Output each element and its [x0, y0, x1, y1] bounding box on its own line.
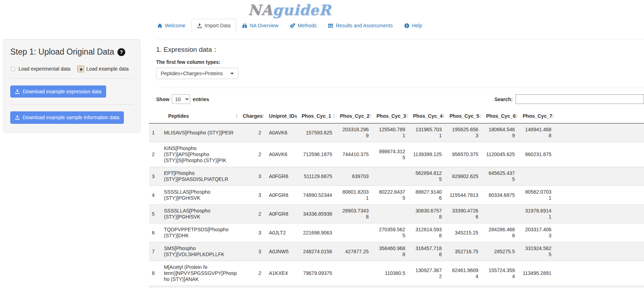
tab-import-data[interactable]: Import Data: [191, 19, 236, 32]
row-number: 5: [149, 205, 161, 223]
column-types-dropdown[interactable]: Peptides+Charges+Proteins: [156, 68, 238, 79]
charge-cell: 2: [240, 205, 266, 223]
question-circle-icon[interactable]: ?: [117, 48, 125, 56]
nav-tabs: WelcomeImport DataNA OverviewMethodsResu…: [0, 19, 579, 32]
col-header-charges[interactable]: Charges▲▼: [240, 109, 266, 123]
column-label: Uniprot_IDs: [269, 113, 297, 119]
value-cell: 180664.5469: [483, 123, 520, 142]
button-label: Download example sample information data: [23, 114, 119, 121]
col-header-phos-cyc-2[interactable]: Phos_Cyc_2▲▼: [337, 109, 374, 123]
section-title: 1. Expression data：: [156, 45, 644, 54]
value-cell: 110380.5: [374, 261, 410, 286]
table-icon: [328, 23, 333, 28]
col-header-phos-cyc-1[interactable]: Phos_Cyc_1▲▼: [299, 109, 337, 123]
table-row[interactable]: 8M[Acetyl (Protein N-term)]NPVYSPGSSGVPY…: [149, 261, 644, 286]
download-icon: [15, 115, 20, 120]
value-cell: 427877.25: [337, 242, 374, 261]
table-row[interactable]: 4SSSSLLAS[Phospho (STY)]PGHISVK3A0FGR874…: [149, 186, 644, 205]
tab-label: Results and Assessments: [336, 23, 392, 28]
download-expression-slot: Download example expression data: [10, 85, 133, 98]
value-cell: 88827.91406: [410, 186, 447, 205]
search-input[interactable]: [516, 94, 644, 104]
peptide-cell: SSSSLLAS[Phospho (STY)]PGHISVK: [161, 186, 240, 205]
sort-icon: ▲▼: [552, 114, 555, 118]
naguider-app: NAguideR WelcomeImport DataNA OverviewMe…: [0, 0, 644, 32]
value-cell: 131965.7031: [410, 123, 447, 142]
peptide-cell: TQDPVPPETPSDS[Phospho (STY)]DHK: [161, 223, 240, 242]
table-row[interactable]: 7SMS[Phospho (STY)]VDLSHIPLKDPLLFK3A0JNW…: [149, 242, 644, 261]
spacer-cell: [556, 186, 644, 205]
page-size-select[interactable]: 10: [172, 94, 190, 104]
panel-title-row: Step 1: Upload Original Data ?: [10, 47, 133, 57]
uniprot-cell: A0JNW5: [266, 242, 299, 261]
tab-welcome[interactable]: Welcome: [152, 19, 191, 32]
radio-indicator: [10, 66, 16, 72]
import-data-panel: 1. Expression data： The first few column…: [149, 34, 644, 288]
value-cell: 115544.7813: [447, 186, 483, 205]
tab-label: Import Data: [205, 23, 231, 28]
binoculars-icon: [242, 23, 247, 28]
home-icon: [157, 23, 163, 28]
col-header-peptides[interactable]: Peptides▲▼: [161, 109, 240, 123]
value-cell: 80222.84375: [374, 186, 410, 205]
value-cell: 203317.4063: [520, 223, 556, 242]
expression-data-table: Peptides▲▼Charges▲▼Uniprot_IDs▲▼Phos_Cyc…: [149, 109, 644, 286]
value-cell: 744410.375: [337, 142, 374, 167]
value-cell: 157593.625: [299, 123, 337, 142]
col-header-phos-cyc-5[interactable]: Phos_Cyc_5▲▼: [447, 109, 483, 123]
spacer-cell: [556, 167, 644, 186]
tab-label: Methods: [298, 23, 317, 28]
table-row[interactable]: 3EPT[Phospho (STY)]PSIASDISLPIATQELR3A0F…: [149, 167, 644, 186]
panel-title: Step 1: Upload Original Data: [10, 47, 114, 57]
radio-load-example-data[interactable]: Load example data: [78, 66, 128, 72]
value-cell: 829802.625: [447, 167, 483, 186]
tab-help[interactable]: Help: [398, 19, 428, 32]
table-row[interactable]: 5SSSSLLAS[Phospho (STY)]PGHISVK2A0FGR834…: [149, 205, 644, 223]
table-search: Search:: [495, 94, 644, 104]
col-header-spacer: [556, 109, 644, 123]
button-download-example-expression-data[interactable]: Download example expression data: [10, 85, 106, 98]
value-cell: [374, 167, 410, 186]
table-row[interactable]: 1MLISAVS[Phospho (STY)]PEIR2A0AVK6157593…: [149, 123, 644, 142]
spacer-cell: [556, 123, 644, 142]
peptide-cell: SSSSLLAS[Phospho (STY)]PGHISVK: [161, 205, 240, 223]
value-cell: 312614.5938: [410, 223, 447, 242]
col-header-rownum[interactable]: [149, 109, 161, 123]
col-header-uniprot-ids[interactable]: Uniprot_IDs▲▼: [266, 109, 299, 123]
column-label: Phos_Cyc_6: [486, 113, 516, 119]
button-download-example-sample-information-data[interactable]: Download example sample information data: [10, 111, 124, 123]
value-cell: [337, 261, 374, 286]
radio-load-experimental-data[interactable]: Load experimental data: [10, 66, 70, 72]
peptide-cell: M[Acetyl (Protein N-term)]NPVYSPGSSGVPY[…: [161, 261, 240, 286]
col-header-phos-cyc-3[interactable]: Phos_Cyc_3▲▼: [374, 109, 410, 123]
logo-na: NA: [248, 1, 273, 18]
col-header-phos-cyc-6[interactable]: Phos_Cyc_6▲▼: [483, 109, 520, 123]
tab-results-and-assessments[interactable]: Results and Assessments: [322, 19, 398, 32]
radio-indicator: [78, 66, 83, 72]
upload-panel: Step 1: Upload Original Data ? Load expe…: [3, 39, 141, 133]
col-header-phos-cyc-4[interactable]: Phos_Cyc_4▲▼: [410, 109, 447, 123]
uniprot-cell: A0JLT2: [266, 223, 299, 242]
sort-icon: ▲▼: [262, 114, 264, 118]
value-cell: 285275.5: [483, 242, 520, 261]
value-cell: 358460.9688: [374, 242, 410, 261]
page-length-control: Show 10 entries: [156, 94, 209, 104]
tab-na-overview[interactable]: NA Overview: [236, 19, 284, 32]
tab-label: NA Overview: [250, 23, 279, 28]
value-cell: 562894.8125: [410, 167, 447, 186]
value-cell: 80562.07031: [520, 186, 556, 205]
sort-icon: ▲▼: [294, 114, 297, 118]
uniprot-cell: A0FGR8: [266, 167, 299, 186]
value-cell: 74890.52344: [299, 186, 337, 205]
button-label: Download example expression data: [23, 88, 101, 95]
value-cell: 33390.47266: [447, 205, 483, 223]
tab-methods[interactable]: Methods: [284, 19, 323, 32]
spacer-cell: [556, 242, 644, 261]
table-row[interactable]: 2KINS[Phospho (STY)]APS[Phospho (STY)]S[…: [149, 142, 644, 167]
col-header-phos-cyc-7[interactable]: Phos_Cyc_7▲▼: [520, 109, 556, 123]
divider: [156, 39, 644, 39]
value-cell: 345215.25: [447, 223, 483, 242]
value-cell: 511129.6875: [299, 167, 337, 186]
table-row[interactable]: 6TQDPVPPETPSDS[Phospho (STY)]DHK3A0JLT22…: [149, 223, 644, 242]
radio-label: Load experimental data: [18, 66, 70, 72]
